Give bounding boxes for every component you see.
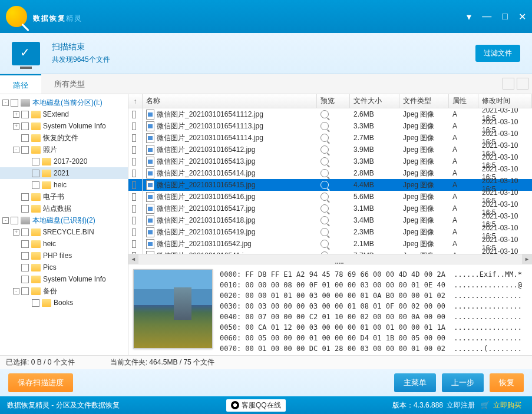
checkbox[interactable] xyxy=(132,146,136,154)
checkbox[interactable] xyxy=(11,99,18,107)
buy-link[interactable]: 立即购买 xyxy=(493,400,521,410)
preview-icon[interactable] xyxy=(320,204,329,213)
tree-item[interactable]: -本地磁盘(已识别)(2) xyxy=(0,214,128,226)
checkbox[interactable] xyxy=(132,122,136,130)
checkbox[interactable] xyxy=(132,158,136,165)
checkbox[interactable] xyxy=(132,240,136,248)
file-row[interactable]: 微信图片_20210310165414.jpg2.8MBJpeg 图像A2021… xyxy=(128,167,532,179)
checkbox[interactable] xyxy=(21,134,29,142)
column-preview[interactable]: 预览 xyxy=(317,94,350,108)
preview-icon[interactable] xyxy=(320,240,329,248)
file-row[interactable]: 微信图片_2021031016541112.jpg2.6MBJpeg 图像A20… xyxy=(128,108,532,120)
tree-item[interactable]: PHP files xyxy=(0,250,128,261)
file-row[interactable]: 微信图片_20210310165416.jpg5.6MBJpeg 图像A2021… xyxy=(128,191,532,203)
checkbox[interactable] xyxy=(11,217,18,224)
tree-item[interactable]: +$Extend xyxy=(0,108,128,120)
folder-tree[interactable]: -本地磁盘(当前分区)(I:)+$Extend+System Volume In… xyxy=(0,94,128,355)
expander-icon[interactable]: - xyxy=(13,288,19,294)
checkbox[interactable] xyxy=(21,122,29,130)
tree-item[interactable]: heic xyxy=(0,238,128,250)
checkbox[interactable] xyxy=(21,146,29,154)
checkbox[interactable] xyxy=(132,217,136,224)
file-row[interactable]: 微信图片_2021031016541113.jpg3.3MBJpeg 图像A20… xyxy=(128,120,532,132)
previous-button[interactable]: 上一步 xyxy=(442,373,484,392)
tree-item[interactable]: -本地磁盘(当前分区)(I:) xyxy=(0,97,128,108)
save-scan-button[interactable]: 保存扫描进度 xyxy=(8,373,73,392)
checkbox[interactable] xyxy=(21,287,29,295)
checkbox[interactable] xyxy=(21,193,29,201)
column-attr[interactable]: 属性 xyxy=(449,94,478,108)
expander-icon[interactable]: - xyxy=(13,147,19,153)
tree-item[interactable]: 电子书 xyxy=(0,191,128,203)
column-type[interactable]: 文件类型 xyxy=(399,94,449,108)
preview-icon[interactable] xyxy=(320,181,329,189)
checkbox[interactable] xyxy=(21,276,29,283)
checkbox[interactable] xyxy=(132,111,136,118)
file-row[interactable]: 微信图片_20210310165418.jpg3.4MBJpeg 图像A2021… xyxy=(128,214,532,226)
column-date[interactable]: 修改时间 xyxy=(478,94,532,108)
main-menu-button[interactable]: 主菜单 xyxy=(394,373,436,392)
file-row[interactable]: 微信图片_20210310165419.jpg2.3MBJpeg 图像A2021… xyxy=(128,226,532,238)
tab-all-types[interactable]: 所有类型 xyxy=(41,74,98,94)
register-link[interactable]: 立即注册 xyxy=(447,400,475,410)
column-name[interactable]: 名称 xyxy=(143,94,317,108)
tree-item[interactable]: 站点数据 xyxy=(0,203,128,214)
filter-files-button[interactable]: 过滤文件 xyxy=(475,45,520,62)
scroll-left-icon[interactable]: ◄ xyxy=(128,254,138,264)
expander-icon[interactable]: - xyxy=(2,100,9,106)
file-row[interactable]: 微信图片_20210310165412.jpg3.9MBJpeg 图像A2021… xyxy=(128,144,532,155)
tree-item[interactable]: System Volume Info xyxy=(0,273,128,285)
checkbox[interactable] xyxy=(132,205,136,213)
tab-path[interactable]: 路径 xyxy=(0,74,41,94)
preview-icon[interactable] xyxy=(320,134,329,142)
checkbox[interactable] xyxy=(132,134,136,142)
tree-item[interactable]: +$RECYCLE.BIN xyxy=(0,226,128,238)
file-row[interactable]: 微信图片_20210310165413.jpg3.3MBJpeg 图像A2021… xyxy=(128,155,532,167)
checkbox[interactable] xyxy=(21,228,29,236)
tree-item[interactable]: heic xyxy=(0,179,128,191)
file-row[interactable]: 微信图片_2021031016542.jpg2.1MBJpeg 图像A2021-… xyxy=(128,238,532,250)
tree-item[interactable]: 2021 xyxy=(0,167,128,179)
expander-icon[interactable]: + xyxy=(13,123,19,130)
checkbox[interactable] xyxy=(21,240,29,248)
preview-icon[interactable] xyxy=(320,216,329,224)
scroll-right-icon[interactable]: ► xyxy=(522,254,532,264)
tree-item[interactable]: Pics xyxy=(0,261,128,273)
file-row[interactable]: 微信图片_2021031016541114.jpg2.7MBJpeg 图像A20… xyxy=(128,132,532,144)
preview-icon[interactable] xyxy=(320,251,329,254)
checkbox[interactable] xyxy=(32,181,39,189)
qq-support-link[interactable]: 客服QQ在线 xyxy=(226,399,286,412)
up-folder-icon[interactable]: ↑ xyxy=(132,97,138,105)
close-button[interactable]: ✕ xyxy=(518,11,526,22)
view-list-icon[interactable] xyxy=(517,78,528,90)
minimize-button[interactable]: — xyxy=(482,11,491,22)
checkbox[interactable] xyxy=(132,193,136,201)
checkbox[interactable] xyxy=(21,264,29,271)
tree-item[interactable]: -照片 xyxy=(0,144,128,155)
preview-icon[interactable] xyxy=(320,228,329,236)
file-row[interactable]: 微信图片_20210310165415.jpg4.4MBJpeg 图像A2021… xyxy=(128,179,532,191)
file-row[interactable]: 微信图片_20210310165417.jpg3.1MBJpeg 图像A2021… xyxy=(128,203,532,214)
recover-button[interactable]: 恢复 xyxy=(490,373,524,392)
tree-item[interactable]: +System Volume Info xyxy=(0,120,128,132)
file-row[interactable]: 微信图片_2021031016541.jpg7.7MBJpeg 图像A2021-… xyxy=(128,250,532,254)
tree-item[interactable]: 恢复的文件 xyxy=(0,132,128,144)
checkbox[interactable] xyxy=(32,158,39,165)
checkbox[interactable] xyxy=(21,111,29,118)
expander-icon[interactable]: + xyxy=(13,111,19,118)
checkbox[interactable] xyxy=(32,170,39,177)
preview-icon[interactable] xyxy=(320,169,329,177)
expander-icon[interactable]: - xyxy=(2,217,9,224)
tree-item[interactable]: -备份 xyxy=(0,285,128,297)
checkbox[interactable] xyxy=(132,181,136,189)
checkbox[interactable] xyxy=(21,252,29,260)
dropdown-icon[interactable]: ▾ xyxy=(467,11,471,22)
expander-icon[interactable]: + xyxy=(13,229,19,236)
preview-icon[interactable] xyxy=(320,145,329,154)
tree-item[interactable]: Books xyxy=(0,297,128,309)
preview-icon[interactable] xyxy=(320,110,329,118)
checkbox[interactable] xyxy=(32,299,39,307)
preview-icon[interactable] xyxy=(320,157,329,165)
checkbox[interactable] xyxy=(132,170,136,177)
preview-icon[interactable] xyxy=(320,122,329,130)
